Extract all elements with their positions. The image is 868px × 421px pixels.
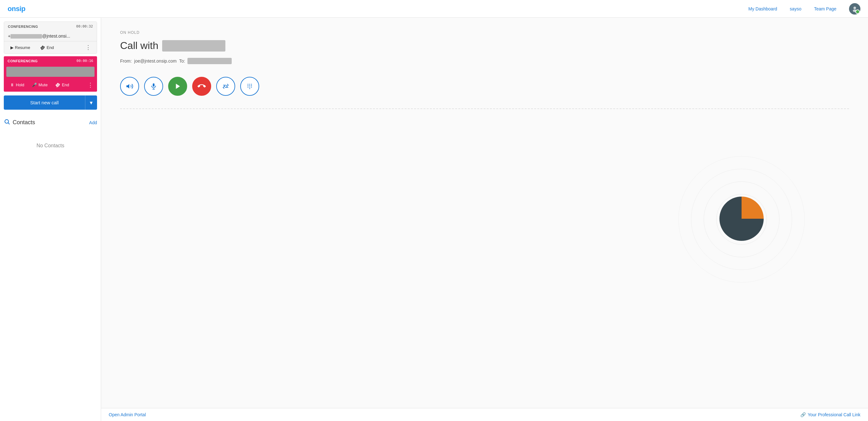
call-card-2-name-redacted (6, 67, 94, 77)
svg-point-16 (249, 87, 250, 88)
transfer-icon (222, 83, 229, 90)
call-card-2-timer: 00:00:16 (76, 59, 93, 63)
call-card-1-actions: ▶ Resume ☎ End ⋮ (4, 41, 97, 54)
svg-point-18 (249, 88, 250, 89)
add-contact-button[interactable]: Add (89, 120, 97, 125)
call-card-1: CONFERENCING 00:00:32 +@jntest.onsi... ▶… (4, 22, 97, 54)
call-card-1-name-redacted (10, 34, 42, 38)
main-layout: CONFERENCING 00:00:32 +@jntest.onsi... ▶… (0, 18, 868, 421)
call-card-1-name: +@jntest.onsi... (4, 31, 97, 41)
right-panel: ON HOLD Call with From: joe@jntest.onsip… (101, 18, 868, 421)
keypad-icon (246, 83, 253, 90)
end-call-icon: ☎ (54, 82, 61, 89)
play-icon: ▶ (10, 45, 13, 50)
svg-marker-4 (126, 84, 129, 89)
avatar-icon (851, 6, 858, 12)
bottom-bar: Open Admin Portal 🔗 Your Professional Ca… (101, 408, 868, 421)
hangup-icon (197, 82, 206, 90)
contacts-left: Contacts (4, 119, 35, 126)
svg-point-1 (853, 9, 857, 12)
nav-user[interactable]: sayso (790, 6, 802, 11)
contacts-header: Contacts Add (4, 119, 97, 126)
search-icon[interactable] (4, 119, 10, 126)
svg-rect-5 (153, 84, 155, 87)
start-new-call-button[interactable]: Start new call (4, 95, 85, 110)
svg-point-11 (251, 84, 252, 85)
from-label: From: (120, 59, 132, 64)
svg-point-13 (249, 85, 250, 86)
call-detail: ON HOLD Call with From: joe@jntest.onsip… (101, 18, 868, 408)
on-hold-label: ON HOLD (120, 30, 849, 35)
call-card-1-timer: 00:00:32 (76, 24, 93, 28)
svg-point-14 (251, 85, 252, 86)
play-resume-button[interactable] (168, 77, 187, 96)
from-email: joe@jntest.onsip.com (134, 59, 177, 64)
call-card-2-header: CONFERENCING 00:00:16 (4, 56, 97, 65)
hangup-button[interactable] (192, 77, 211, 96)
nav-dashboard[interactable]: My Dashboard (748, 6, 777, 11)
open-admin-portal-link[interactable]: Open Admin Portal (109, 412, 146, 417)
hold-button[interactable]: ⏸ Hold (8, 81, 27, 89)
volume-button[interactable] (120, 77, 139, 96)
svg-point-2 (5, 120, 8, 124)
divider (120, 108, 849, 109)
call-card-2: CONFERENCING 00:00:16 ⏸ Hold 🎤 Mute ☎ En… (4, 56, 97, 92)
contacts-title: Contacts (13, 119, 35, 126)
svg-line-3 (8, 123, 10, 125)
pause-icon: ⏸ (10, 83, 14, 87)
volume-icon (126, 83, 133, 90)
call-card-2-type: CONFERENCING (8, 59, 38, 63)
more-options-button-1[interactable]: ⋮ (84, 43, 93, 52)
keypad-button[interactable] (240, 77, 259, 96)
nav-right: My Dashboard sayso Team Page (748, 3, 860, 14)
no-contacts-message: No Contacts (4, 130, 97, 161)
end-button-1[interactable]: ☎ End (38, 44, 56, 51)
app-logo: onsip (8, 5, 25, 13)
svg-point-0 (854, 7, 856, 9)
call-card-2-actions: ⏸ Hold 🎤 Mute ☎ End ⋮ (4, 79, 97, 92)
avatar[interactable] (849, 3, 860, 14)
start-new-call-container: Start new call ▾ (4, 95, 97, 110)
professional-call-link[interactable]: 🔗 Your Professional Call Link (800, 412, 860, 417)
call-card-1-header: CONFERENCING 00:00:32 (4, 22, 97, 31)
end-button-2[interactable]: ☎ End (53, 81, 72, 89)
call-from-row: From: joe@jntest.onsip.com To: (120, 58, 849, 64)
pro-call-link-text: Your Professional Call Link (808, 412, 860, 417)
left-panel: CONFERENCING 00:00:32 +@jntest.onsi... ▶… (0, 18, 101, 421)
svg-point-15 (248, 87, 248, 88)
mic-icon: 🎤 (32, 83, 37, 87)
svg-point-10 (249, 84, 250, 85)
svg-point-9 (248, 84, 248, 85)
call-with-name-redacted (162, 40, 225, 52)
top-nav: onsip My Dashboard sayso Team Page (0, 0, 868, 18)
to-label: To: (179, 59, 185, 64)
more-options-button-2[interactable]: ⋮ (88, 82, 93, 89)
mute-button[interactable]: 🎤 Mute (29, 81, 50, 89)
contacts-section: Contacts Add No Contacts (0, 114, 101, 164)
nav-team[interactable]: Team Page (814, 6, 836, 11)
svg-point-12 (248, 85, 248, 86)
play-icon (174, 83, 181, 90)
start-call-dropdown-button[interactable]: ▾ (85, 95, 97, 110)
resume-button[interactable]: ▶ Resume (8, 44, 33, 51)
mic-button[interactable] (144, 77, 163, 96)
svg-marker-8 (176, 84, 180, 89)
microphone-icon (150, 83, 157, 90)
call-with-prefix: Call with (120, 40, 158, 52)
call-action-buttons (120, 77, 849, 96)
call-card-1-type: CONFERENCING (8, 25, 38, 28)
link-icon: 🔗 (800, 412, 806, 417)
chevron-down-icon: ▾ (90, 100, 93, 106)
to-name-redacted (187, 58, 232, 64)
phone-end-icon: ☎ (39, 44, 46, 51)
call-with-row: Call with (120, 40, 849, 52)
svg-point-17 (251, 87, 252, 88)
transfer-button[interactable] (216, 77, 235, 96)
